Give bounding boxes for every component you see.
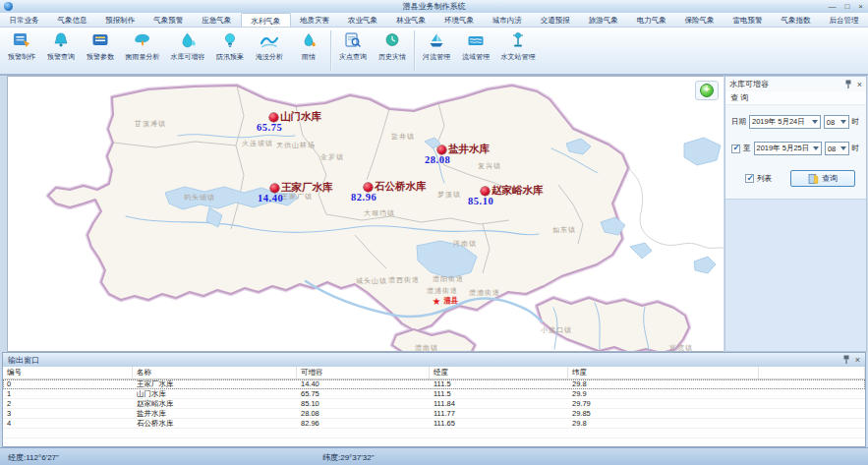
town-label: 涔南镇 bbox=[453, 239, 477, 249]
window-title: 澧县业务制作系统 bbox=[0, 1, 868, 12]
tab-农业气象[interactable]: 农业气象 bbox=[339, 13, 387, 27]
tab-雷电预警[interactable]: 雷电预警 bbox=[723, 13, 772, 27]
chevron-down-icon bbox=[840, 146, 846, 150]
toolbar-warn-query[interactable]: 预警查询 bbox=[41, 28, 81, 74]
toolbar-item-label: 预警制作 bbox=[8, 52, 35, 62]
town-label: 澧浦街道 bbox=[427, 286, 458, 296]
town-label: 澧澹街道 bbox=[469, 288, 500, 298]
tab-应急气象[interactable]: 应急气象 bbox=[193, 13, 241, 27]
table-cell: 石公桥水库 bbox=[133, 419, 297, 428]
table-cell: 111.65 bbox=[430, 419, 568, 428]
table-cell: 28.08 bbox=[297, 409, 430, 418]
toolbar-separator bbox=[414, 30, 415, 71]
toolbar-item-label: 灾点查询 bbox=[339, 52, 367, 62]
tab-交通预报[interactable]: 交通预报 bbox=[531, 13, 579, 27]
table-row[interactable]: 2赵家峪水库85.10111.8429.79 bbox=[3, 399, 865, 409]
reservoir-value: 85.10 bbox=[468, 196, 493, 206]
table-cell: 0 bbox=[3, 379, 133, 388]
menu-bar: 日常业务气象信息预报制作气象预警应急气象水利气象地质灾害农业气象林业气象环境气象… bbox=[0, 13, 868, 28]
capacity-icon bbox=[178, 31, 198, 49]
toolbar-flood-plan[interactable]: 防汛预案 bbox=[210, 28, 250, 74]
column-header-纬度[interactable]: 纬度 bbox=[568, 367, 759, 378]
tab-后台管理[interactable]: 后台管理 bbox=[820, 13, 868, 27]
disaster-query-icon bbox=[343, 31, 363, 49]
to-date-checkbox[interactable] bbox=[731, 145, 740, 153]
panel-title: 水库可增容 bbox=[729, 79, 839, 89]
ribbon-toolbar: 预警制作预警查询预警参数面雨量分析水库可增容防汛预案淹没分析雨情灾点查询历史灾情… bbox=[0, 28, 868, 76]
toolbar-river[interactable]: 河流管理 bbox=[417, 28, 456, 74]
end-date-select[interactable]: 2019年 5月25日 bbox=[754, 142, 822, 155]
toolbar-item-label: 河流管理 bbox=[423, 52, 450, 62]
status-longitude: 经度:112°6'27" bbox=[8, 452, 59, 463]
column-header-经度[interactable]: 经度 bbox=[430, 367, 568, 378]
start-date-select[interactable]: 2019年 5月24日 bbox=[749, 115, 821, 129]
tab-电力气象[interactable]: 电力气象 bbox=[627, 13, 675, 27]
maximize-button[interactable]: □ bbox=[844, 0, 849, 13]
toolbar-item-label: 防汛预案 bbox=[216, 52, 244, 62]
close-button[interactable]: × bbox=[858, 0, 863, 13]
title-bar: 澧县业务制作系统 — □ × bbox=[0, 0, 868, 13]
tab-环境气象[interactable]: 环境气象 bbox=[434, 13, 483, 27]
toolbar-hydro-station[interactable]: 水文站管理 bbox=[495, 28, 541, 74]
end-hour-select[interactable]: 08 bbox=[825, 142, 849, 155]
reservoir-marker[interactable] bbox=[437, 145, 446, 154]
river-icon bbox=[427, 31, 446, 49]
pin-icon[interactable] bbox=[844, 80, 852, 89]
minimize-button[interactable]: — bbox=[828, 0, 836, 13]
toolbar-separator bbox=[330, 30, 331, 71]
county-label: 澧县 bbox=[443, 296, 458, 306]
town-label: 澧阳街道 bbox=[433, 274, 464, 284]
toolbar-warn-make[interactable]: 预警制作 bbox=[2, 28, 41, 74]
tab-林业气象[interactable]: 林业气象 bbox=[387, 13, 435, 27]
toolbar-rain[interactable]: 雨情 bbox=[289, 28, 328, 74]
column-header-名称[interactable]: 名称 bbox=[133, 367, 297, 378]
table-row[interactable]: 4石公桥水库82.96111.6529.8 bbox=[3, 419, 865, 429]
toolbar-area-rain[interactable]: 面雨量分析 bbox=[120, 28, 165, 74]
tab-旅游气象[interactable]: 旅游气象 bbox=[579, 13, 627, 27]
toolbar-basin[interactable]: 流域管理 bbox=[456, 28, 495, 74]
reservoir-marker[interactable] bbox=[269, 113, 278, 122]
tab-日常业务[interactable]: 日常业务 bbox=[0, 13, 48, 27]
table-row[interactable]: 0王家厂水库14.40111.529.8 bbox=[3, 379, 865, 389]
reservoir-marker[interactable] bbox=[481, 187, 490, 196]
pin-icon[interactable] bbox=[842, 355, 850, 365]
start-hour-select[interactable]: 08 bbox=[824, 115, 849, 129]
column-header-可增容[interactable]: 可增容 bbox=[297, 367, 430, 378]
panel-close-icon[interactable]: × bbox=[857, 80, 862, 89]
table-row[interactable]: 3盐井水库28.08111.7729.85 bbox=[3, 409, 865, 419]
reservoir-marker[interactable] bbox=[270, 184, 279, 193]
reservoir-value: 28.08 bbox=[425, 154, 450, 165]
output-close-icon[interactable]: × bbox=[855, 355, 860, 365]
toolbar-disaster-history[interactable]: 历史灾情 bbox=[373, 28, 412, 74]
tab-预报制作[interactable]: 预报制作 bbox=[96, 13, 145, 27]
chevron-down-icon bbox=[813, 146, 819, 150]
toolbar-disaster-query[interactable]: 灾点查询 bbox=[333, 28, 373, 74]
tab-水利气象[interactable]: 水利气象 bbox=[241, 13, 291, 27]
tab-地质灾害[interactable]: 地质灾害 bbox=[291, 13, 339, 27]
town-label: 甘溪滩镇 bbox=[135, 119, 166, 129]
reservoir-value: 82.96 bbox=[351, 192, 376, 203]
list-checkbox[interactable] bbox=[745, 174, 754, 183]
map-canvas[interactable]: 甘溪滩镇火连坡镇天供山林场金罗镇盐井镇码头铺镇王家厂镇复兴镇梦溪镇大堰垱镇如东镇… bbox=[7, 76, 723, 352]
reservoir-value: 14.40 bbox=[258, 193, 283, 203]
toolbar-warn-param[interactable]: 预警参数 bbox=[81, 28, 120, 74]
toolbar-capacity[interactable]: 水库可增容 bbox=[165, 28, 210, 74]
toolbar-item-label: 雨情 bbox=[302, 52, 316, 62]
map-zoom-in-button[interactable] bbox=[695, 81, 719, 100]
column-header-编号[interactable]: 编号 bbox=[3, 367, 133, 378]
table-row[interactable]: 1山门水库65.75111.529.9 bbox=[3, 389, 865, 399]
app-window: 澧县业务制作系统 — □ × 日常业务气象信息预报制作气象预警应急气象水利气象地… bbox=[0, 0, 868, 465]
reservoir-marker[interactable] bbox=[364, 183, 373, 192]
list-label: 列表 bbox=[757, 174, 772, 184]
tab-气象指数[interactable]: 气象指数 bbox=[772, 13, 820, 27]
query-button[interactable]: 查询 bbox=[790, 170, 855, 187]
disaster-history-icon bbox=[382, 31, 402, 49]
toolbar-submerge[interactable]: 淹没分析 bbox=[250, 28, 289, 74]
table-cell: 111.77 bbox=[430, 409, 568, 418]
tab-气象预警[interactable]: 气象预警 bbox=[145, 13, 193, 27]
tab-城市内涝[interactable]: 城市内涝 bbox=[483, 13, 531, 27]
table-cell: 1 bbox=[3, 389, 133, 398]
toolbar-item-label: 预警参数 bbox=[87, 52, 114, 62]
tab-保险气象[interactable]: 保险气象 bbox=[675, 13, 723, 27]
tab-气象信息[interactable]: 气象信息 bbox=[48, 13, 96, 27]
